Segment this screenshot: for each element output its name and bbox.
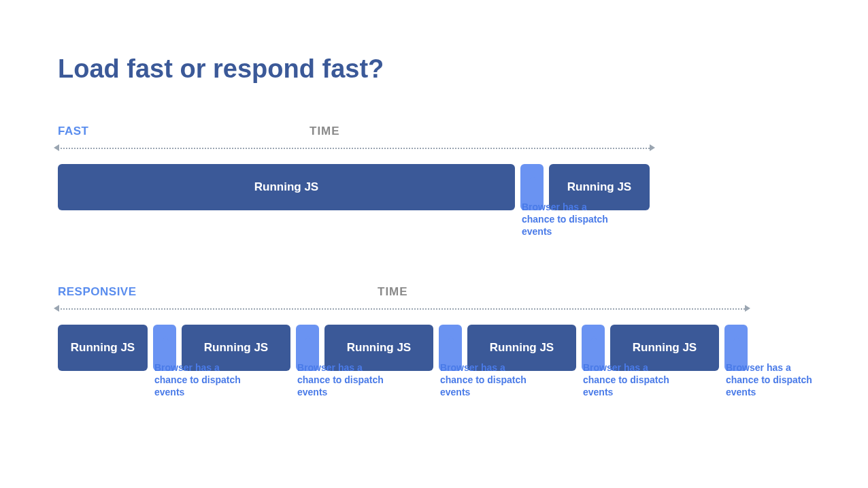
fast-track: FAST TIME Running JS Running JS Browser … bbox=[58, 125, 810, 210]
dispatch-annotation: Browser has a chance to dispatch events bbox=[440, 361, 535, 399]
callout-arrow bbox=[593, 336, 594, 357]
page-title: Load fast or respond fast? bbox=[58, 54, 810, 84]
responsive-label: RESPONSIVE bbox=[58, 285, 137, 299]
responsive-track-labels: RESPONSIVE TIME bbox=[58, 285, 810, 302]
fast-label: FAST bbox=[58, 125, 88, 138]
dispatch-annotation: Browser has a chance to dispatch events bbox=[154, 361, 250, 399]
callout-arrow bbox=[307, 336, 308, 357]
dispatch-annotation: Browser has a chance to dispatch events bbox=[726, 361, 821, 399]
fast-axis bbox=[58, 145, 650, 152]
dispatch-annotation: Browser has a chance to dispatch events bbox=[297, 361, 393, 399]
callout-arrow bbox=[736, 336, 737, 357]
responsive-axis bbox=[58, 306, 745, 312]
time-label: TIME bbox=[310, 125, 340, 138]
running-js-block: Running JS bbox=[58, 164, 515, 210]
time-label: TIME bbox=[378, 285, 408, 299]
fast-track-labels: FAST TIME bbox=[58, 125, 810, 141]
callout-arrow bbox=[450, 336, 451, 357]
responsive-track: RESPONSIVE TIME Running JS Running JS Ru… bbox=[58, 285, 810, 371]
callout-arrow bbox=[165, 336, 165, 357]
dispatch-annotation: Browser has a chance to dispatch events bbox=[583, 361, 678, 399]
dispatch-annotation: Browser has a chance to dispatch events bbox=[522, 201, 617, 238]
fast-timeline: Running JS Running JS bbox=[58, 164, 810, 210]
callout-arrow bbox=[532, 175, 533, 197]
running-js-block: Running JS bbox=[58, 325, 148, 371]
